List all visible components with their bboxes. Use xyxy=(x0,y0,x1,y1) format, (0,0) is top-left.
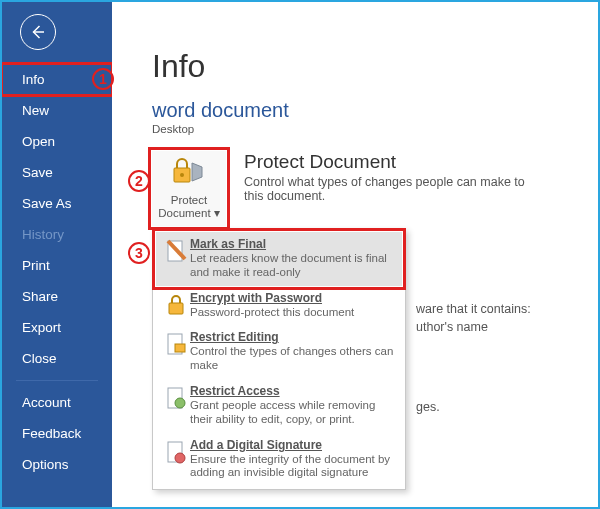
sidebar-item-label: Options xyxy=(22,457,69,472)
menu-item-title: Restrict Access xyxy=(190,384,396,398)
protect-section-title: Protect Document xyxy=(244,151,544,173)
menu-item-sub: Password-protect this document xyxy=(190,306,396,320)
sidebar-separator xyxy=(16,380,98,381)
chevron-down-icon: ▾ xyxy=(214,207,220,219)
menu-item-title: Encrypt with Password xyxy=(190,291,396,305)
lock-icon xyxy=(162,291,190,317)
svg-rect-3 xyxy=(169,303,183,314)
document-title: word document xyxy=(152,99,580,122)
sidebar-item-history: History xyxy=(2,219,112,250)
sidebar-item-label: Open xyxy=(22,134,55,149)
inspect-trail-2: uthor's name xyxy=(416,320,488,334)
svg-point-7 xyxy=(175,398,185,408)
restrict-editing-icon xyxy=(162,330,190,358)
protect-document-button[interactable]: Protect Document ▾ xyxy=(152,151,226,226)
sidebar-item-open[interactable]: Open xyxy=(2,126,112,157)
menu-item-mark-as-final[interactable]: Mark as Final Let readers know the docum… xyxy=(156,232,402,286)
sidebar-item-options[interactable]: Options xyxy=(2,449,112,480)
sidebar-item-save-as[interactable]: Save As xyxy=(2,188,112,219)
sidebar-item-label: Export xyxy=(22,320,61,335)
inspect-trail-1: ware that it contains: xyxy=(416,302,531,316)
menu-item-title: Restrict Editing xyxy=(190,330,396,344)
sidebar-item-label: Feedback xyxy=(22,426,81,441)
annotation-3: 3 xyxy=(128,242,150,264)
sidebar-item-feedback[interactable]: Feedback xyxy=(2,418,112,449)
sidebar-item-label: Print xyxy=(22,258,50,273)
annotation-1: 1 xyxy=(92,68,114,90)
signature-icon xyxy=(162,438,190,466)
menu-item-restrict-access[interactable]: Restrict Access Grant people access whil… xyxy=(156,379,402,433)
sidebar-item-label: History xyxy=(22,227,64,242)
sidebar-item-save[interactable]: Save xyxy=(2,157,112,188)
menu-item-title: Mark as Final xyxy=(190,237,396,251)
protect-section-desc: Control what types of changes people can… xyxy=(244,175,544,203)
menu-item-sub: Ensure the integrity of the document by … xyxy=(190,453,396,481)
lock-shield-icon xyxy=(172,157,206,187)
sidebar-item-label: Account xyxy=(22,395,71,410)
menu-item-sub: Let readers know the document is final a… xyxy=(190,252,396,280)
menu-item-title: Add a Digital Signature xyxy=(190,438,396,452)
sidebar-item-label: Share xyxy=(22,289,58,304)
document-location: Desktop xyxy=(152,123,580,135)
inspect-trail-3: ges. xyxy=(416,400,440,414)
mark-final-icon xyxy=(162,237,190,265)
menu-item-sub: Grant people access while removing their… xyxy=(190,399,396,427)
sidebar-item-share[interactable]: Share xyxy=(2,281,112,312)
sidebar-item-label: New xyxy=(22,103,49,118)
back-button[interactable] xyxy=(20,14,56,50)
protect-document-menu: Mark as Final Let readers know the docum… xyxy=(152,228,406,490)
sidebar-item-label: Info xyxy=(22,72,45,87)
page-title: Info xyxy=(152,48,580,85)
menu-item-restrict-editing[interactable]: Restrict Editing Control the types of ch… xyxy=(156,325,402,379)
menu-item-encrypt-password[interactable]: Encrypt with Password Password-protect t… xyxy=(156,286,402,326)
sidebar-item-close[interactable]: Close xyxy=(2,343,112,374)
sidebar-item-account[interactable]: Account xyxy=(2,387,112,418)
sidebar-item-label: Save xyxy=(22,165,53,180)
svg-rect-5 xyxy=(175,344,185,352)
back-arrow-icon xyxy=(29,23,47,41)
sidebar-item-label: Save As xyxy=(22,196,72,211)
window: Info New Open Save Save As History Print… xyxy=(0,0,600,509)
svg-point-9 xyxy=(175,453,185,463)
sidebar-item-export[interactable]: Export xyxy=(2,312,112,343)
sidebar-item-new[interactable]: New xyxy=(2,95,112,126)
sidebar-item-label: Close xyxy=(22,351,57,366)
menu-item-sub: Control the types of changes others can … xyxy=(190,345,396,373)
svg-point-1 xyxy=(180,173,184,177)
sidebar-item-print[interactable]: Print xyxy=(2,250,112,281)
protect-button-label: Protect Document xyxy=(158,194,210,219)
annotation-2: 2 xyxy=(128,170,150,192)
restrict-access-icon xyxy=(162,384,190,412)
menu-item-digital-signature[interactable]: Add a Digital Signature Ensure the integ… xyxy=(156,433,402,487)
